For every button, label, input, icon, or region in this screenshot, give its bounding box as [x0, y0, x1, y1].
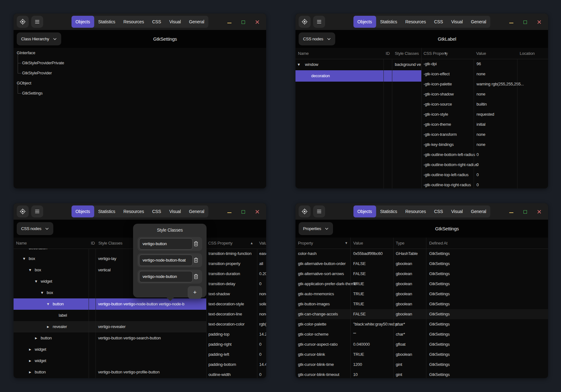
tab-visual[interactable]: Visual	[447, 205, 467, 217]
object-list-button[interactable]	[313, 16, 325, 28]
css-property-row--gtk-outline-bottom-left-radius[interactable]: -gtk-outline-bottom-left-radius0	[421, 150, 548, 160]
maximize-button[interactable]	[523, 210, 527, 214]
css-property-row--gtk-outline-bottom-right-radius[interactable]: -gtk-outline-bottom-right-radius0	[421, 160, 548, 170]
view-selector-dropdown[interactable]: Properties	[299, 222, 333, 235]
node-row-label[interactable]: label	[14, 310, 206, 321]
pick-widget-button[interactable]	[17, 16, 29, 28]
css-property-row--gtk-icon-theme[interactable]: -gtk-icon-themeinitial	[421, 119, 548, 130]
css-property-row--gtk-outline-top-right-radius[interactable]: -gtk-outline-top-right-radius0	[421, 180, 548, 188]
tab-visual[interactable]: Visual	[165, 16, 185, 28]
column-header-value[interactable]: Value	[476, 48, 486, 59]
node-row-button[interactable]: ▼buttonvertigo-button vertigo-node-butto…	[14, 298, 206, 310]
css-property-row--gtk-key-bindings[interactable]: -gtk-key-bindingsnone	[421, 140, 548, 150]
tab-general[interactable]: General	[467, 16, 490, 28]
tab-resources[interactable]: Resources	[401, 16, 430, 28]
column-header-defined-at[interactable]: Defined At	[429, 238, 447, 249]
tab-objects[interactable]: Objects	[71, 205, 94, 217]
view-selector-dropdown[interactable]: Class Hierarchy	[17, 32, 61, 45]
tab-visual[interactable]: Visual	[447, 16, 467, 28]
expander-open-icon[interactable]: ▼	[47, 298, 49, 310]
css-property-row--gtk-icon-shadow[interactable]: -gtk-icon-shadownone	[421, 89, 548, 99]
column-header-name[interactable]: Name	[298, 48, 309, 59]
style-class-input[interactable]: vertigo-node-button-float	[139, 255, 193, 266]
column-header-value[interactable]: Value	[259, 238, 266, 249]
property-row-gtk-color-palette[interactable]: gtk-color-palette"black:white:gray50:red…	[295, 319, 548, 329]
close-button[interactable]	[255, 210, 260, 214]
expander-open-icon[interactable]: ▼	[298, 59, 300, 70]
property-row-gtk-button-images[interactable]: gtk-button-imagesTRUEgbooleanGtkSettings	[295, 299, 548, 309]
expander-closed-icon[interactable]: ▶	[29, 344, 31, 355]
minimize-button[interactable]	[509, 23, 513, 23]
delete-style-class-button[interactable]	[193, 241, 199, 247]
node-row-button[interactable]: ▶buttonvertigo-button vertigo-search-but…	[14, 332, 206, 344]
style-class-input[interactable]: vertigo-button	[139, 238, 193, 250]
css-property-row--gtk-icon-effect[interactable]: -gtk-icon-effectnone	[421, 69, 548, 79]
property-row-gtk-application-prefer-dark-theme[interactable]: gtk-application-prefer-dark-themeTRUEgbo…	[295, 279, 548, 289]
column-header-property[interactable]: Property	[298, 238, 313, 249]
pick-widget-button[interactable]	[17, 205, 29, 217]
close-button[interactable]	[537, 20, 541, 24]
tab-statistics[interactable]: Statistics	[376, 16, 401, 28]
expander-open-icon[interactable]: ▼	[29, 264, 31, 276]
property-row-gtk-cursor-blink-timeout[interactable]: gtk-cursor-blink-timeout10gintGtkSetting…	[295, 370, 548, 378]
add-style-class-button[interactable]: +	[188, 286, 202, 299]
tab-resources[interactable]: Resources	[401, 205, 430, 217]
class-row-GtkStyleProviderPrivate[interactable]: GtkStyleProviderPrivate	[14, 58, 266, 68]
expander-closed-icon[interactable]: ▶	[47, 321, 49, 332]
pick-widget-button[interactable]	[299, 205, 311, 217]
column-header-id[interactable]: ID	[386, 48, 390, 59]
delete-style-class-button[interactable]	[193, 257, 199, 263]
column-header-type[interactable]: Type	[396, 238, 404, 249]
tab-statistics[interactable]: Statistics	[94, 16, 119, 28]
tab-objects[interactable]: Objects	[71, 16, 94, 28]
class-row-GtkSettings[interactable]: GtkSettings	[14, 88, 266, 98]
property-row-gtk-color-scheme[interactable]: gtk-color-scheme""char*GtkSettings	[295, 329, 548, 339]
expander-closed-icon[interactable]: ▶	[35, 332, 37, 344]
style-class-input[interactable]: vertigo-node-button	[139, 271, 193, 282]
tab-general[interactable]: General	[467, 205, 490, 217]
column-header-id[interactable]: ID	[91, 238, 95, 249]
property-row-gtk-cursor-aspect-ratio[interactable]: gtk-cursor-aspect-ratio0.040000gfloatGtk…	[295, 339, 548, 349]
view-selector-dropdown[interactable]: CSS nodes	[299, 32, 335, 45]
tab-statistics[interactable]: Statistics	[376, 205, 401, 217]
tab-visual[interactable]: Visual	[165, 205, 185, 217]
close-button[interactable]	[537, 210, 541, 214]
node-row-button[interactable]: ▶buttonvertigo-button vertigo-profile-bu…	[14, 366, 206, 378]
close-button[interactable]	[255, 20, 260, 24]
tab-objects[interactable]: Objects	[353, 205, 376, 217]
maximize-button[interactable]	[242, 20, 245, 24]
expander-open-icon[interactable]: ▼	[35, 276, 37, 287]
css-property-row--gtk-dpi[interactable]: -gtk-dpi96	[421, 59, 548, 69]
view-selector-dropdown[interactable]: CSS nodes	[17, 222, 53, 235]
property-row-gtk-cursor-blink-time[interactable]: gtk-cursor-blink-time1200gintGtkSettings	[295, 360, 548, 370]
minimize-button[interactable]	[227, 212, 231, 213]
column-header-value[interactable]: Value	[353, 238, 363, 249]
expander-closed-icon[interactable]: ▶	[29, 355, 31, 366]
class-row-GtkStyleProvider[interactable]: GtkStyleProvider	[14, 68, 266, 78]
css-property-row--gtk-icon-style[interactable]: -gtk-icon-stylerequested	[421, 109, 548, 119]
pick-widget-button[interactable]	[299, 16, 311, 28]
property-row-gtk-can-change-accels[interactable]: gtk-can-change-accelsFALSEgbooleanGtkSet…	[295, 309, 548, 319]
column-header-style-classes[interactable]: Style Classes	[98, 238, 122, 249]
tab-css[interactable]: CSS	[148, 205, 165, 217]
column-header-name[interactable]: Name	[16, 238, 27, 249]
tab-statistics[interactable]: Statistics	[94, 205, 119, 217]
class-row-GObject[interactable]: GObject	[14, 78, 266, 88]
column-header-css-property[interactable]: CSS Property	[424, 48, 448, 59]
column-header-location[interactable]: Location	[520, 48, 535, 59]
css-property-row--gtk-icon-palette[interactable]: -gtk-icon-palettewarning rgb(255,255,255…	[421, 79, 548, 89]
maximize-button[interactable]	[242, 210, 245, 214]
object-list-button[interactable]	[31, 205, 43, 217]
tab-general[interactable]: General	[185, 16, 208, 28]
tab-objects[interactable]: Objects	[353, 16, 376, 28]
css-property-row--gtk-icon-source[interactable]: -gtk-icon-sourcebuiltin	[421, 99, 548, 109]
minimize-button[interactable]	[509, 212, 513, 213]
expander-closed-icon[interactable]: ▶	[29, 366, 31, 378]
object-list-button[interactable]	[313, 205, 325, 217]
tab-css[interactable]: CSS	[430, 16, 447, 28]
css-property-row--gtk-icon-transform[interactable]: -gtk-icon-transformnone	[421, 130, 548, 140]
object-list-button[interactable]	[31, 16, 43, 28]
property-row-gtk-alternative-button-order[interactable]: gtk-alternative-button-orderFALSEgboolea…	[295, 259, 548, 269]
expander-open-icon[interactable]: ▼	[23, 253, 25, 264]
minimize-button[interactable]	[227, 23, 231, 23]
